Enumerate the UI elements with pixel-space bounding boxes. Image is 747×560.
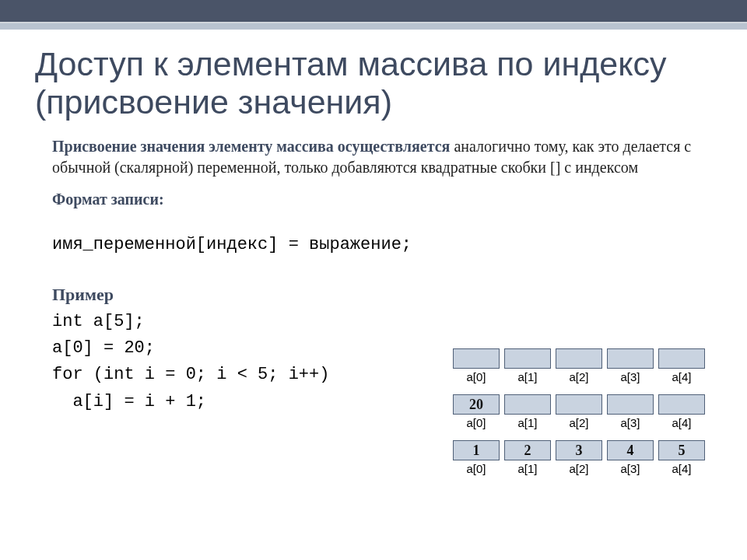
label-row-3: a[0] a[1] a[2] a[3] a[4] — [453, 462, 717, 475]
cell: 5 — [658, 440, 705, 460]
cell — [504, 394, 551, 415]
example-label: Пример — [52, 283, 712, 306]
index-label: a[1] — [504, 416, 551, 429]
lead-strong: Присвоение значения элементу массива осу… — [52, 138, 450, 155]
array-row-3: 1 2 3 4 5 — [453, 440, 717, 460]
cell — [658, 348, 705, 369]
index-label: a[2] — [556, 370, 602, 383]
index-label: a[2] — [556, 462, 602, 475]
accent-bar — [0, 23, 747, 30]
cell — [556, 348, 602, 369]
index-label: a[2] — [556, 416, 602, 429]
index-label: a[3] — [607, 416, 654, 429]
index-label: a[3] — [607, 462, 654, 475]
format-label: Формат записи: — [52, 189, 712, 210]
cell — [607, 394, 654, 415]
cell: 3 — [556, 440, 602, 460]
cell: 2 — [504, 440, 551, 460]
array-row-1 — [453, 348, 717, 369]
cell — [504, 348, 551, 369]
cell: 1 — [453, 440, 500, 460]
label-row-1: a[0] a[1] a[2] a[3] a[4] — [453, 370, 717, 383]
code-line-1: int a[5]; — [52, 309, 712, 335]
index-label: a[1] — [504, 370, 551, 383]
index-label: a[0] — [453, 416, 500, 429]
index-label: a[4] — [658, 416, 705, 429]
array-visual: a[0] a[1] a[2] a[3] a[4] 20 a[0] a[1] a[… — [453, 348, 717, 475]
index-label: a[4] — [658, 370, 705, 383]
index-label: a[0] — [453, 462, 500, 475]
top-bar — [0, 0, 747, 23]
index-label: a[4] — [658, 462, 705, 475]
cell — [453, 348, 500, 369]
cell — [607, 348, 654, 369]
index-label: a[1] — [504, 462, 551, 475]
cell — [556, 394, 602, 415]
label-row-2: a[0] a[1] a[2] a[3] a[4] — [453, 416, 717, 429]
cell: 20 — [453, 394, 500, 415]
slide-title: Доступ к элементам массива по индексу (п… — [35, 45, 712, 122]
cell: 4 — [607, 440, 654, 460]
slide: Доступ к элементам массива по индексу (п… — [0, 0, 747, 560]
lead-paragraph: Присвоение значения элементу массива осу… — [52, 136, 712, 178]
format-code: имя_переменной[индекс] = выражение; — [52, 233, 712, 257]
index-label: a[3] — [607, 370, 654, 383]
array-row-2: 20 — [453, 394, 717, 415]
index-label: a[0] — [453, 370, 500, 383]
cell — [658, 394, 705, 415]
